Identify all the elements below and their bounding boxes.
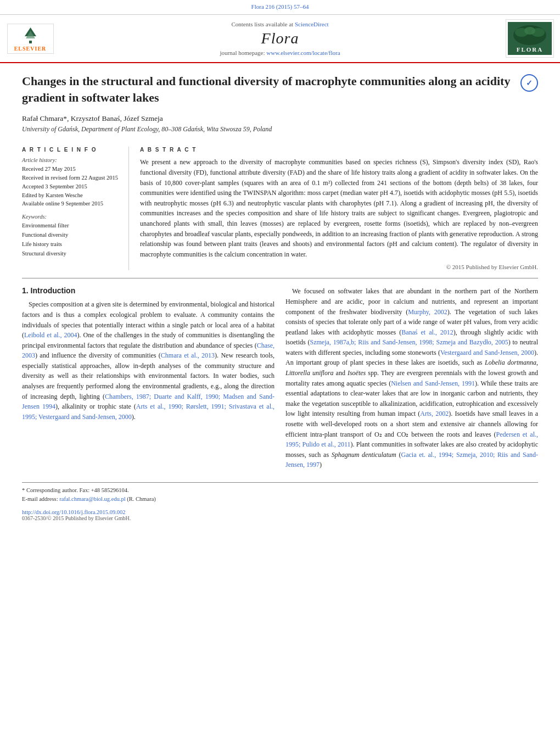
elsevier-logo-area: ELSEVIER xyxy=(5,19,55,58)
received-date: Received 27 May 2015 xyxy=(22,165,122,174)
vestergaard-ref[interactable]: Vestergaard and Sand-Jensen, 2000 xyxy=(440,349,534,356)
journal-center-info: Contents lists available at ScienceDirec… xyxy=(60,19,500,58)
keywords-block: Keywords: Environmental filter Functiona… xyxy=(22,214,122,258)
intro-title: Introduction xyxy=(31,286,76,295)
email-link[interactable]: rafal.chmara@biol.ug.edu.pl xyxy=(59,496,125,502)
accepted-date: Accepted 3 September 2015 xyxy=(22,182,122,191)
crossmark-badge: ✓ xyxy=(520,74,538,92)
article-history: Article history: Received 27 May 2015 Re… xyxy=(22,157,122,208)
gacia-ref[interactable]: Gacia et. al., 1994; Szmeja, 2010; Riis … xyxy=(285,451,538,469)
keyword-1: Environmental filter xyxy=(22,221,122,231)
edited-by: Edited by Karsten Wesche xyxy=(22,191,122,200)
sciencedirect-info: Contents lists available at ScienceDirec… xyxy=(231,21,328,27)
affiliation: University of Gdańsk, Department of Plan… xyxy=(22,125,515,133)
doi-footer: http://dx.doi.org/10.1016/j.flora.2015.0… xyxy=(22,509,538,515)
pedersen-ref[interactable]: Pedersen et al., 1995; Pulido et al., 20… xyxy=(285,431,538,449)
title-row: Changes in the structural and functional… xyxy=(22,73,538,141)
article-info-column: A R T I C L E I N F O Article history: R… xyxy=(22,147,129,270)
elsevier-logo: ELSEVIER xyxy=(7,24,54,54)
svg-rect-0 xyxy=(29,41,32,43)
journal-header: ELSEVIER Contents lists available at Sci… xyxy=(0,15,560,63)
chmara-ref[interactable]: Chmara et al., 2013 xyxy=(161,352,215,359)
article-meta-section: A R T I C L E I N F O Article history: R… xyxy=(22,147,538,270)
arts2002-ref[interactable]: Arts, 2002 xyxy=(420,410,449,417)
abstract-label: A B S T R A C T xyxy=(140,147,538,153)
intro-right-text: We focused on softwater lakes that are a… xyxy=(285,286,538,470)
copyright-line: © 2015 Published by Elsevier GmbH. xyxy=(140,264,538,270)
flora-logo: FLORA xyxy=(506,19,554,58)
keyword-3: Life history traits xyxy=(22,240,122,249)
corresponding-note: * Corresponding author. Fax: +48 5852961… xyxy=(22,486,538,495)
flora-image: FLORA xyxy=(508,22,552,55)
chase-ref[interactable]: Chase, 2003 xyxy=(22,342,275,360)
revised-date: Received in revised form 22 August 2015 xyxy=(22,174,122,182)
arts-ref[interactable]: Arts et al., 1990; Rørslett, 1991; Sriva… xyxy=(22,403,275,421)
history-label: Article history: xyxy=(22,157,122,163)
and-text: and xyxy=(314,240,323,248)
email-label: E-mail address: xyxy=(22,496,58,502)
main-content: Changes in the structural and functional… xyxy=(0,63,560,527)
intro-col-right: We focused on softwater lakes that are a… xyxy=(285,286,538,475)
intro-col-left: 1. Introduction Species composition at a… xyxy=(22,286,275,475)
authors: Rafał Chmara*, Krzysztof Banaś, Józef Sz… xyxy=(22,114,515,123)
doi-link[interactable]: http://dx.doi.org/10.1016/j.flora.2015.0… xyxy=(22,509,126,515)
elsevier-tree-icon xyxy=(18,25,43,44)
intro-number: 1. xyxy=(22,286,29,295)
keyword-4: Structural diversity xyxy=(22,249,122,259)
top-header: Flora 216 (2015) 57–64 xyxy=(0,0,560,15)
flora-logo-area: FLORA xyxy=(505,19,555,58)
doi-line: Flora 216 (2015) 57–64 xyxy=(0,3,560,10)
elsevier-brand-text: ELSEVIER xyxy=(14,46,47,52)
journal-homepage-link[interactable]: www.elsevier.com/locate/flora xyxy=(266,49,340,56)
section-divider xyxy=(22,278,538,278)
article-title: Changes in the structural and functional… xyxy=(22,73,515,109)
keyword-2: Functional diversity xyxy=(22,231,122,240)
email-line: E-mail address: rafal.chmara@biol.ug.edu… xyxy=(22,495,538,504)
flora-art-icon xyxy=(511,24,549,46)
intro-heading: 1. Introduction xyxy=(22,286,275,295)
article-info-label: A R T I C L E I N F O xyxy=(22,147,122,153)
murphy-ref[interactable]: Murphy, 2002 xyxy=(408,308,447,316)
intro-section: 1. Introduction Species composition at a… xyxy=(22,286,538,475)
issn-line: 0367-2530/© 2015 Published by Elsevier G… xyxy=(22,515,538,521)
abstract-column: A B S T R A C T We present a new approac… xyxy=(140,147,538,270)
szmeja-ref[interactable]: Szmeja, 1987a,b; Riis and Sand-Jensen, 1… xyxy=(310,338,508,346)
svg-point-7 xyxy=(524,27,535,35)
nielsen-ref[interactable]: Nielsen and Sand-Jensen, 1991 xyxy=(391,380,475,387)
footnote-area: * Corresponding author. Fax: +48 5852961… xyxy=(22,482,538,521)
abstract-text: We present a new approach to the diversi… xyxy=(140,157,538,259)
leibold-ref[interactable]: Leibold et al., 2004 xyxy=(24,331,77,339)
keywords-label: Keywords: xyxy=(22,214,122,220)
intro-left-text: Species composition at a given site is d… xyxy=(22,299,275,422)
journal-title: Flora xyxy=(261,30,299,47)
sciencedirect-link[interactable]: ScienceDirect xyxy=(295,21,329,27)
journal-homepage: journal homepage: www.elsevier.com/locat… xyxy=(220,49,340,56)
email-note: (R. Chmara) xyxy=(127,496,156,502)
available-date: Available online 9 September 2015 xyxy=(22,199,122,208)
banas-ref[interactable]: Banaś et al., 2012 xyxy=(401,328,453,336)
flora-brand-text: FLORA xyxy=(517,46,544,53)
